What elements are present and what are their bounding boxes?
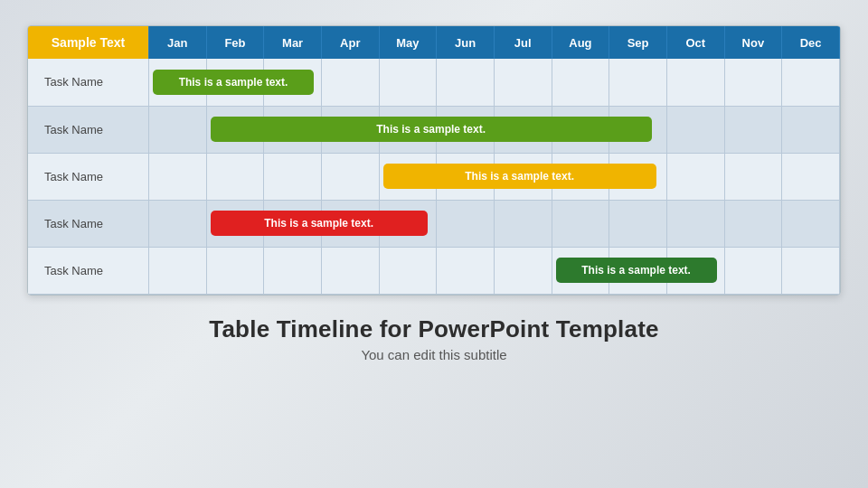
footer-subtitle: You can edit this subtitle [209,347,658,362]
gantt-cell [437,106,495,153]
gantt-cell [724,247,782,294]
header-month: Mar [264,26,322,59]
gantt-cell [379,106,437,153]
gantt-cell [494,247,552,294]
gantt-cell [321,247,379,294]
gantt-cell [494,200,552,247]
table-row: Task NameThis is a sample text. [28,106,840,153]
header-month: Jul [494,26,552,59]
gantt-table-container: Sample Text JanFebMarAprMayJunJulAugSepO… [27,25,841,296]
header-label: Sample Text [28,26,148,59]
gantt-cell [609,247,667,294]
gantt-cell [437,247,495,294]
header-month: Aug [552,26,609,59]
gantt-cell [782,200,840,247]
gantt-cell [666,106,724,153]
gantt-cell [148,106,206,153]
gantt-cell: This is a sample text. [206,200,264,247]
gantt-cell [782,59,840,106]
table-row: Task NameThis is a sample text. [28,247,840,294]
gantt-cell [321,106,379,153]
gantt-cell [609,59,667,106]
gantt-cell [782,153,840,200]
gantt-cell: This is a sample text. [379,153,437,200]
task-label: Task Name [28,247,148,294]
gantt-cell [437,153,495,200]
header-month: Dec [782,26,840,59]
gantt-cell [264,153,322,200]
gantt-cell [264,247,322,294]
gantt-cell [206,247,264,294]
header-month: Jan [148,26,206,59]
gantt-cell [666,153,724,200]
gantt-cell [206,59,264,106]
gantt-cell [724,106,782,153]
gantt-cell [379,200,437,247]
gantt-cell [379,247,437,294]
gantt-cell [609,200,667,247]
gantt-cell [206,153,264,200]
table-row: Task NameThis is a sample text. [28,200,840,247]
header-row: Sample Text JanFebMarAprMayJunJulAugSepO… [28,26,840,59]
gantt-cell [552,59,609,106]
task-label: Task Name [28,59,148,106]
gantt-cell [666,200,724,247]
gantt-cell [724,59,782,106]
gantt-cell: This is a sample text. [206,106,264,153]
gantt-cell [264,59,322,106]
gantt-cell [148,200,206,247]
table-row: Task NameThis is a sample text. [28,59,840,106]
header-month: Nov [724,26,782,59]
gantt-cell [494,153,552,200]
gantt-cell [321,153,379,200]
task-label: Task Name [28,200,148,247]
gantt-cell [609,106,667,153]
task-label: Task Name [28,153,148,200]
gantt-cell [494,59,552,106]
gantt-cell [666,247,724,294]
gantt-cell [264,106,322,153]
gantt-cell [552,200,609,247]
gantt-cell [321,200,379,247]
gantt-cell [437,200,495,247]
gantt-cell [609,153,667,200]
header-month: Oct [666,26,724,59]
footer-title: Table Timeline for PowerPoint Template [209,315,658,343]
header-month: Apr [321,26,379,59]
task-label: Task Name [28,106,148,153]
header-month: Feb [206,26,264,59]
gantt-cell [782,247,840,294]
footer: Table Timeline for PowerPoint Template Y… [209,315,658,362]
gantt-cell [437,59,495,106]
gantt-cell [264,200,322,247]
gantt-cell [148,153,206,200]
gantt-cell [379,59,437,106]
table-row: Task NameThis is a sample text. [28,153,840,200]
gantt-cell [666,59,724,106]
gantt-cell [321,59,379,106]
gantt-cell [552,153,609,200]
gantt-cell [782,106,840,153]
gantt-cell [148,247,206,294]
gantt-cell [552,106,609,153]
header-month: Jun [437,26,495,59]
gantt-cell [724,153,782,200]
gantt-cell [724,200,782,247]
gantt-cell: This is a sample text. [552,247,609,294]
gantt-table: Sample Text JanFebMarAprMayJunJulAugSepO… [28,26,840,295]
header-month: May [379,26,437,59]
header-month: Sep [609,26,667,59]
gantt-cell [494,106,552,153]
gantt-cell: This is a sample text. [148,59,206,106]
